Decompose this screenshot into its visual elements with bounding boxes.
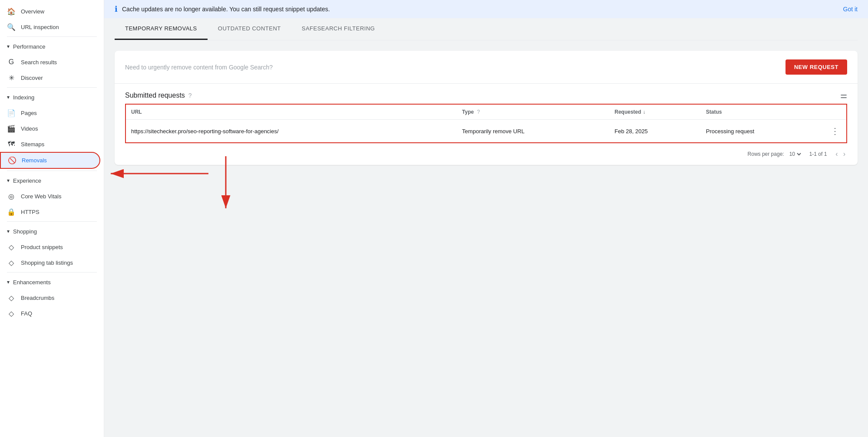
sidebar: 🏠 Overview 🔍 URL inspection ▾ Performanc… bbox=[0, 0, 104, 437]
sidebar-item-product-snippets[interactable]: ◇ Product snippets bbox=[0, 239, 100, 255]
tab-outdated-content[interactable]: OUTDATED CONTENT bbox=[208, 18, 291, 40]
sidebar-item-faq[interactable]: ◇ FAQ bbox=[0, 306, 100, 321]
pages-icon: 📄 bbox=[7, 109, 16, 117]
sidebar-item-videos[interactable]: 🎬 Videos bbox=[0, 121, 100, 136]
rows-per-page-label: Rows per page: bbox=[748, 151, 784, 157]
table-row: https://sitechecker.pro/seo-reporting-so… bbox=[125, 120, 847, 143]
table-container: URL Type ? Requested ↓ bbox=[115, 104, 858, 143]
search-icon: 🔍 bbox=[7, 23, 16, 31]
sidebar-item-sitemaps[interactable]: 🗺 Sitemaps bbox=[0, 136, 100, 152]
sidebar-section-performance[interactable]: ▾ Performance bbox=[0, 39, 104, 54]
google-icon: G bbox=[7, 58, 16, 66]
type-help-icon[interactable]: ? bbox=[477, 109, 480, 115]
sidebar-item-https[interactable]: 🔒 HTTPS bbox=[0, 204, 100, 220]
requests-table: URL Type ? Requested ↓ bbox=[125, 104, 847, 143]
sidebar-item-overview[interactable]: 🏠 Overview bbox=[0, 3, 100, 19]
sidebar-item-pages[interactable]: 📄 Pages bbox=[0, 105, 100, 121]
three-dot-menu[interactable]: ⋮ bbox=[829, 126, 841, 136]
shopping-tab-icon: ◇ bbox=[7, 259, 16, 267]
sidebar-section-shopping[interactable]: ▾ Shopping bbox=[0, 223, 104, 239]
next-page-button[interactable]: › bbox=[842, 148, 847, 160]
divider-2 bbox=[7, 87, 97, 88]
submitted-requests-title: Submitted requests bbox=[125, 92, 185, 99]
sidebar-item-url-inspection[interactable]: 🔍 URL inspection bbox=[0, 19, 100, 35]
info-icon: ℹ bbox=[115, 4, 118, 14]
new-request-button[interactable]: NEW REQUEST bbox=[785, 59, 847, 75]
col-header-requested[interactable]: Requested ↓ bbox=[609, 104, 701, 120]
sidebar-item-core-web-vitals[interactable]: ◎ Core Web Vitals bbox=[0, 188, 100, 204]
videos-icon: 🎬 bbox=[7, 125, 16, 133]
row-url[interactable]: https://sitechecker.pro/seo-reporting-so… bbox=[125, 120, 457, 143]
sidebar-item-removals[interactable]: 🚫 Removals bbox=[0, 152, 100, 169]
removals-icon: 🚫 bbox=[8, 156, 17, 164]
divider-5 bbox=[7, 272, 97, 273]
divider-1 bbox=[7, 36, 97, 37]
chevron-icon-4: ▾ bbox=[7, 228, 10, 234]
discover-icon: ✳ bbox=[7, 74, 16, 82]
divider-4 bbox=[7, 221, 97, 222]
tab-bar: TEMPORARY REMOVALS OUTDATED CONTENT SAFE… bbox=[115, 18, 858, 40]
faq-icon: ◇ bbox=[7, 309, 16, 318]
col-header-status: Status bbox=[701, 104, 824, 120]
pagination: Rows per page: 10 25 50 1-1 of 1 ‹ › bbox=[115, 143, 858, 165]
prev-page-button[interactable]: ‹ bbox=[834, 148, 839, 160]
filter-icon[interactable]: ⚌ bbox=[840, 91, 847, 100]
https-icon: 🔒 bbox=[7, 208, 16, 216]
help-icon[interactable]: ? bbox=[188, 92, 192, 99]
new-request-bar: Need to urgently remove content from Goo… bbox=[115, 51, 858, 84]
col-header-actions bbox=[824, 104, 847, 120]
sidebar-item-shopping-tab-listings[interactable]: ◇ Shopping tab listings bbox=[0, 255, 100, 270]
sort-icon: ↓ bbox=[643, 109, 646, 115]
chevron-icon: ▾ bbox=[7, 43, 10, 49]
banner-text: Cache updates are no longer available. Y… bbox=[122, 6, 839, 13]
tab-safesearch-filtering[interactable]: SAFESEARCH FILTERING bbox=[291, 18, 386, 40]
sitemaps-icon: 🗺 bbox=[7, 140, 16, 148]
chevron-icon-2: ▾ bbox=[7, 94, 10, 100]
page-wrapper: TEMPORARY REMOVALS OUTDATED CONTENT SAFE… bbox=[104, 18, 868, 175]
product-snippets-icon: ◇ bbox=[7, 243, 16, 251]
sidebar-item-discover[interactable]: ✳ Discover bbox=[0, 70, 100, 85]
sidebar-item-search-results[interactable]: G Search results bbox=[0, 54, 100, 70]
page-nav: ‹ › bbox=[834, 148, 847, 160]
row-type: Temporarily remove URL bbox=[457, 120, 609, 143]
hint-text: Need to urgently remove content from Goo… bbox=[125, 64, 779, 71]
chevron-icon-3: ▾ bbox=[7, 177, 10, 184]
info-banner: ℹ Cache updates are no longer available.… bbox=[104, 0, 868, 18]
got-it-button[interactable]: Got it bbox=[843, 6, 858, 13]
sidebar-item-breadcrumbs[interactable]: ◇ Breadcrumbs bbox=[0, 290, 100, 306]
breadcrumbs-icon: ◇ bbox=[7, 294, 16, 302]
sidebar-section-experience[interactable]: ▾ Experience bbox=[0, 173, 104, 188]
core-web-vitals-icon: ◎ bbox=[7, 192, 16, 200]
main-content: ℹ Cache updates are no longer available.… bbox=[104, 0, 868, 437]
row-menu[interactable]: ⋮ bbox=[824, 120, 847, 143]
sidebar-section-enhancements[interactable]: ▾ Enhancements bbox=[0, 274, 104, 290]
divider-3 bbox=[7, 171, 97, 171]
home-icon: 🏠 bbox=[7, 7, 16, 16]
row-requested: Feb 28, 2025 bbox=[609, 120, 701, 143]
chevron-icon-5: ▾ bbox=[7, 279, 10, 285]
main-card: Need to urgently remove content from Goo… bbox=[115, 51, 858, 165]
sidebar-section-indexing[interactable]: ▾ Indexing bbox=[0, 89, 104, 105]
rows-per-page: Rows per page: 10 25 50 bbox=[748, 151, 802, 158]
tab-temporary-removals[interactable]: TEMPORARY REMOVALS bbox=[115, 18, 208, 40]
rows-per-page-select[interactable]: 10 25 50 bbox=[788, 151, 802, 158]
col-header-type: Type ? bbox=[457, 104, 609, 120]
row-status: Processing request bbox=[701, 120, 824, 143]
submitted-requests-header: Submitted requests ? ⚌ bbox=[115, 84, 858, 104]
page-info: 1-1 of 1 bbox=[809, 151, 827, 157]
col-header-url: URL bbox=[125, 104, 457, 120]
